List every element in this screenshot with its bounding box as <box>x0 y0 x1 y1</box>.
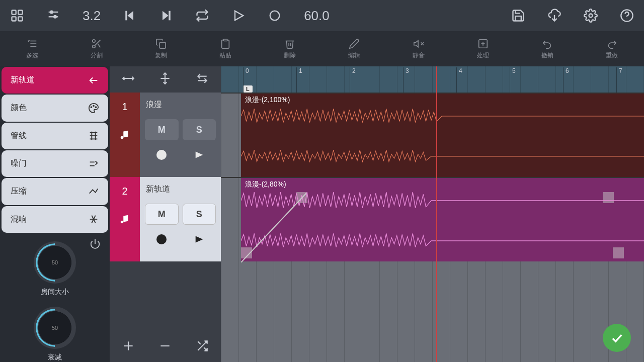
split-button[interactable]: 分割 <box>64 38 129 60</box>
ruler-tick: 7 <box>616 67 622 94</box>
track-name[interactable]: 浪漫 <box>145 97 216 115</box>
clip-row-1[interactable]: 浪漫-(2,100%) <box>221 93 644 177</box>
label: 多选 <box>26 51 38 60</box>
solo-toggle[interactable]: S <box>183 204 216 225</box>
copy-button[interactable]: 复制 <box>129 38 193 60</box>
confirm-button[interactable] <box>603 324 631 352</box>
svg-line-67 <box>241 193 306 262</box>
paste-button[interactable]: 粘贴 <box>193 38 258 60</box>
label: 重做 <box>606 51 618 60</box>
playhead[interactable] <box>436 66 437 362</box>
add-track-icon[interactable] <box>122 339 135 354</box>
power-button[interactable] <box>90 238 101 249</box>
sidebar-newtrack[interactable]: 新轨道 <box>2 67 108 94</box>
knob-value: 50 <box>52 325 58 331</box>
track-footer <box>110 332 221 362</box>
svg-point-7 <box>54 16 56 18</box>
delete-button[interactable]: 删除 <box>258 38 322 60</box>
svg-rect-2 <box>12 17 16 21</box>
empty-track-area[interactable] <box>221 261 644 362</box>
gate-icon <box>88 158 99 169</box>
label: 压缩 <box>11 186 27 197</box>
svg-marker-55 <box>195 152 203 158</box>
note-icon[interactable] <box>110 121 140 149</box>
arrow-left-icon <box>88 75 99 86</box>
cloud-download-icon[interactable] <box>547 9 561 23</box>
remove-track-icon[interactable] <box>158 339 172 354</box>
tempo-display[interactable]: 60.0 <box>304 8 330 24</box>
track-number: 2 <box>110 177 140 205</box>
trim-tool-icon[interactable] <box>196 72 209 87</box>
note-icon[interactable] <box>110 205 140 233</box>
svg-point-19 <box>93 39 96 42</box>
save-icon[interactable] <box>511 9 525 23</box>
knob-decay[interactable]: 50衰减 <box>34 307 76 362</box>
freeze-icon[interactable] <box>110 149 140 177</box>
label: 处理 <box>477 51 489 60</box>
audio-clip-1[interactable]: 浪漫-(2,100%) <box>241 94 644 177</box>
sidebar-reverb[interactable]: 混响 <box>2 206 108 233</box>
track-header-2[interactable]: 2 新轨道 MS <box>110 177 221 261</box>
svg-line-53 <box>121 160 129 165</box>
settings-icon[interactable] <box>584 9 598 23</box>
redo-button[interactable]: 重做 <box>580 38 644 60</box>
sidebar-gate[interactable]: 噪门 <box>2 150 108 177</box>
clip-row-2[interactable]: 浪漫-(2,80%) <box>221 177 644 261</box>
label: 撤销 <box>541 51 553 60</box>
record-icon[interactable] <box>268 9 282 23</box>
mute-toggle[interactable]: M <box>145 119 179 140</box>
mute-toggle[interactable]: M <box>145 204 179 225</box>
sidebar-compress[interactable]: 压缩 <box>2 178 108 205</box>
ruler-tick: 0 <box>243 67 249 94</box>
svg-line-58 <box>121 245 129 249</box>
move-tool-icon[interactable] <box>122 72 135 87</box>
arm-record[interactable] <box>145 229 179 250</box>
skip-forward-icon[interactable] <box>159 9 173 23</box>
grid-icon <box>88 130 99 141</box>
svg-point-13 <box>589 14 593 18</box>
sidebar-pipeline[interactable]: 管线 <box>2 123 108 149</box>
svg-rect-23 <box>159 42 166 48</box>
mute-button[interactable]: 静音 <box>386 38 451 60</box>
apps-icon[interactable] <box>10 9 24 23</box>
play-icon[interactable] <box>231 9 246 23</box>
svg-line-59 <box>121 245 129 249</box>
edit-toolbar: 多选 分割 复制 粘贴 删除 编辑 静音 处理 撤销 重做 <box>0 31 644 66</box>
arm-record[interactable] <box>145 144 179 165</box>
skip-back-icon[interactable] <box>123 9 137 23</box>
undo-button[interactable]: 撤销 <box>515 38 580 60</box>
ruler[interactable]: L 01234567 <box>221 66 644 93</box>
label: 静音 <box>413 51 425 60</box>
position-display[interactable]: 3.2 <box>83 8 101 24</box>
help-icon[interactable] <box>620 9 634 23</box>
ruler-tick: 6 <box>563 67 569 94</box>
vertical-tool-icon[interactable] <box>158 72 172 87</box>
multiselect-button[interactable]: 多选 <box>0 38 64 60</box>
timeline-area[interactable]: L 01234567 浪漫-(2,100%) 浪漫-(2,80%) <box>221 66 644 362</box>
sliders-icon[interactable] <box>46 9 60 23</box>
sidebar-color[interactable]: 颜色 <box>2 95 108 121</box>
edit-button[interactable]: 编辑 <box>322 38 386 60</box>
label: 管线 <box>11 131 27 141</box>
fade-in-line[interactable] <box>241 178 306 262</box>
loop-icon[interactable] <box>195 9 209 23</box>
svg-line-54 <box>121 160 129 165</box>
knob-room-size[interactable]: 50房间大小 <box>34 241 76 297</box>
svg-rect-1 <box>18 11 22 15</box>
label: 粘贴 <box>219 51 231 60</box>
track-name[interactable]: 新轨道 <box>145 181 216 200</box>
svg-rect-3 <box>18 17 22 21</box>
knob-value: 50 <box>52 259 58 265</box>
shuffle-icon[interactable] <box>196 339 209 354</box>
monitor-button[interactable] <box>183 144 216 165</box>
svg-point-34 <box>91 107 92 108</box>
process-button[interactable]: 处理 <box>451 38 515 60</box>
palette-icon <box>88 103 99 114</box>
knob-label: 房间大小 <box>41 288 69 297</box>
freeze-icon[interactable] <box>110 233 140 261</box>
solo-toggle[interactable]: S <box>183 119 216 140</box>
track-header-1[interactable]: 1 浪漫 MS <box>110 93 221 177</box>
track-header-column: 1 浪漫 MS 2 新轨道 MS <box>110 66 221 362</box>
svg-line-21 <box>95 40 101 45</box>
monitor-button[interactable] <box>183 229 216 250</box>
